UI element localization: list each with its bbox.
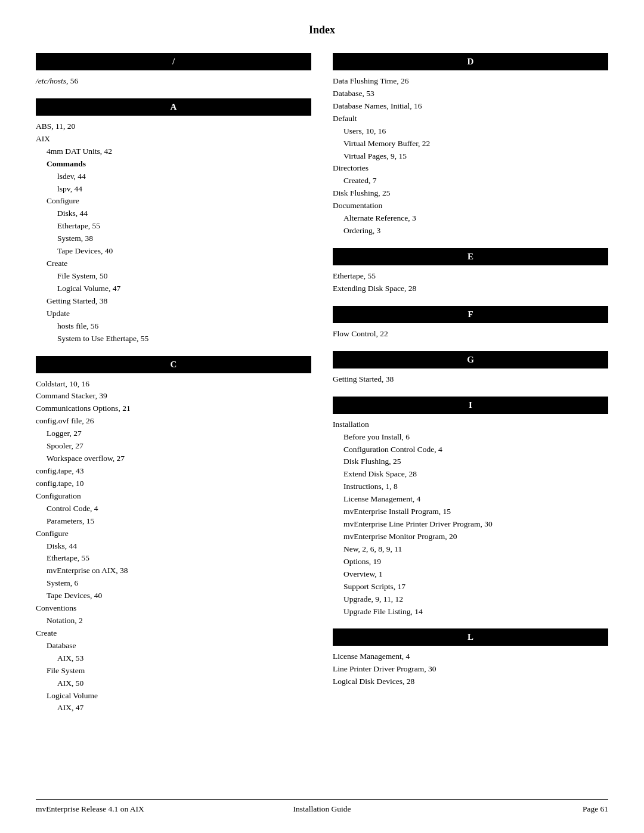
index-entry: config.ovf file, 26 [36,415,311,428]
index-entry: New, 2, 6, 8, 9, 11 [333,543,608,556]
section-entries: ABS, 11, 20AIX4mm DAT Units, 42Commandsl… [36,120,311,345]
index-entry: Database, 53 [333,88,608,100]
index-entry: Configure [36,195,311,208]
section-header: F [333,306,608,323]
index-entry: Extending Disk Space, 28 [333,283,608,295]
section-header: G [333,351,608,368]
section-header: E [333,248,608,265]
index-entry: Coldstart, 10, 16 [36,378,311,391]
index-entry: Installation [333,419,608,431]
index-entry: Virtual Pages, 9, 15 [333,150,608,163]
index-entry: Support Scripts, 17 [333,581,608,593]
index-entry: Spooler, 27 [36,440,311,453]
index-entry: Command Stacker, 39 [36,390,311,402]
index-entry: File System [36,665,311,677]
index-entry: License Management, 4 [333,493,608,506]
index-entry: Before you Install, 6 [333,431,608,444]
index-entry: mvEnterprise on AIX, 38 [36,565,311,577]
index-entry: Configure [36,528,311,540]
section-entries: Ethertape, 55Extending Disk Space, 28 [333,270,608,295]
index-entry: Instructions, 1, 8 [333,481,608,493]
index-entry: Options, 19 [333,556,608,568]
index-entry: 4mm DAT Units, 42 [36,145,311,158]
index-entry: /etc/hosts, 56 [36,75,311,88]
index-section: LLicense Management, 4Line Printer Drive… [333,628,608,688]
index-entry: Ethertape, 55 [36,220,311,233]
index-entry: Upgrade, 9, 11, 12 [333,593,608,606]
index-entry: Overview, 1 [333,568,608,581]
index-entry: AIX, 50 [36,677,311,690]
section-header: C [36,356,311,373]
index-entry: Create [36,258,311,270]
section-entries: Coldstart, 10, 16Command Stacker, 39Comm… [36,378,311,715]
page-title: Index [36,24,608,36]
right-column: DData Flushing Time, 26Database, 53Datab… [333,53,608,725]
index-entry: File System, 50 [36,270,311,283]
index-entry: lspv, 44 [36,183,311,196]
index-entry: Upgrade File Listing, 14 [333,606,608,618]
index-entry: AIX, 47 [36,702,311,714]
index-entry: System, 38 [36,233,311,245]
index-entry: Directories [333,162,608,175]
index-section: GGetting Started, 38 [333,351,608,386]
index-entry: Virtual Memory Buffer, 22 [333,138,608,150]
index-entry: lsdev, 44 [36,171,311,183]
index-entry: config.tape, 43 [36,465,311,478]
index-entry: Disks, 44 [36,208,311,220]
footer-center: Installation Guide [227,804,417,814]
index-entry: License Management, 4 [333,651,608,663]
section-header: I [333,397,608,414]
index-entry: Created, 7 [333,175,608,187]
index-entry: AIX, 53 [36,652,311,665]
index-entry: Default [333,113,608,125]
index-entry: System to Use Ethertape, 55 [36,333,311,345]
index-columns: //etc/hosts, 56AABS, 11, 20AIX4mm DAT Un… [36,53,608,725]
index-entry: Communications Options, 21 [36,402,311,415]
section-entries: InstallationBefore you Install, 6Configu… [333,419,608,618]
index-entry: hosts file, 56 [36,320,311,333]
footer-left: mvEnterprise Release 4.1 on AIX [36,804,227,814]
index-entry: Conventions [36,602,311,615]
index-entry: Tape Devices, 40 [36,590,311,602]
index-entry: Data Flushing Time, 26 [333,75,608,88]
index-entry: Logical Disk Devices, 28 [333,676,608,688]
index-entry: Documentation [333,200,608,212]
index-section: AABS, 11, 20AIX4mm DAT Units, 42Commands… [36,98,311,345]
index-entry: Extend Disk Space, 28 [333,468,608,481]
index-entry: mvEnterprise Install Program, 15 [333,506,608,518]
index-section: CColdstart, 10, 16Command Stacker, 39Com… [36,356,311,715]
section-header: / [36,53,311,70]
index-entry: Update [36,308,311,320]
index-section: IInstallationBefore you Install, 6Config… [333,397,608,618]
section-entries: /etc/hosts, 56 [36,75,311,88]
index-entry: Alternate Reference, 3 [333,212,608,225]
index-entry: Create [36,627,311,640]
section-header: A [36,98,311,116]
footer: mvEnterprise Release 4.1 on AIX Installa… [36,799,608,814]
index-section: FFlow Control, 22 [333,306,608,340]
index-entry: AIX [36,133,311,145]
index-entry: Tape Devices, 40 [36,245,311,258]
index-entry: Configuration Control Code, 4 [333,444,608,456]
index-entry: Parameters, 15 [36,515,311,528]
index-section: //etc/hosts, 56 [36,53,311,88]
index-entry: Ordering, 3 [333,225,608,237]
index-entry: Database [36,640,311,652]
index-entry: ABS, 11, 20 [36,120,311,133]
index-entry: Control Code, 4 [36,503,311,515]
index-entry: Disks, 44 [36,540,311,553]
index-entry: Notation, 2 [36,615,311,627]
index-entry: Getting Started, 38 [36,295,311,308]
section-entries: Getting Started, 38 [333,373,608,386]
index-entry: Users, 10, 16 [333,125,608,138]
index-entry: Logical Volume, 47 [36,283,311,295]
section-entries: Flow Control, 22 [333,328,608,340]
left-column: //etc/hosts, 56AABS, 11, 20AIX4mm DAT Un… [36,53,311,725]
index-entry: Logger, 27 [36,428,311,440]
index-entry: Ethertape, 55 [333,270,608,283]
index-entry: Commands [36,158,311,171]
index-entry: Line Printer Driver Program, 30 [333,663,608,676]
index-entry: mvEnterprise Line Printer Driver Program… [333,518,608,531]
index-entry: Configuration [36,490,311,503]
section-entries: License Management, 4Line Printer Driver… [333,651,608,688]
